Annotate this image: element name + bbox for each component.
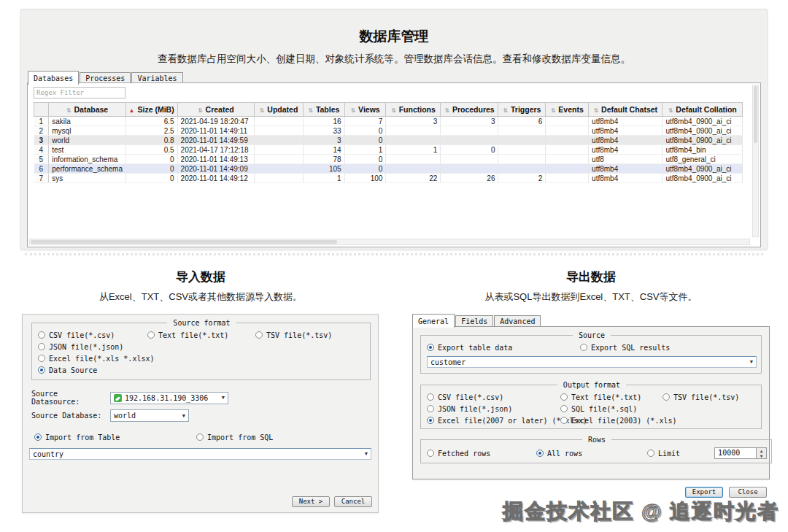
datasource-select[interactable]: 192.168.31.190_3306 ▼ [110, 392, 228, 404]
column-header-updated[interactable]: ⇅Updated [255, 103, 304, 117]
radio-excel-file-2007-or-later-xlsx[interactable]: Excel file(2007 or later) (*.xlsx) [427, 417, 560, 425]
radio-import-from-table[interactable]: Import from Table [34, 433, 196, 442]
table-cell: 2020-11-01 14:49:13 [177, 155, 254, 164]
table-row-information-schema[interactable]: 5information_schema02020-11-01 14:49:137… [34, 155, 743, 164]
radio-label: TSV file(*.tsv) [673, 393, 739, 401]
radio-json-file-json[interactable]: JSON file(*.json) [427, 405, 560, 413]
import-buttons: Next > Cancel [292, 496, 372, 507]
cancel-button[interactable]: Cancel [334, 496, 372, 507]
column-header-views[interactable]: ⇅Views [344, 103, 386, 117]
radio-label: Text file(*.txt) [158, 331, 228, 339]
table-cell [546, 126, 589, 136]
table-cell: 1 [303, 174, 344, 183]
row-number: 7 [34, 174, 49, 183]
radio-data-source[interactable]: Data Source [38, 366, 147, 374]
column-header-functions[interactable]: ⇅Functions [386, 103, 441, 117]
tab-databases[interactable]: Databases [28, 71, 79, 85]
radio-export-table-data[interactable]: Export table data [427, 344, 580, 352]
radio-text-file-txt[interactable]: Text file(*.txt) [147, 331, 255, 339]
radio-label: All rows [547, 450, 582, 458]
limit-spinbox[interactable]: 10000▲▼ [714, 447, 767, 459]
close-button[interactable]: Close [729, 487, 767, 498]
column-label: Default Collation [676, 105, 736, 114]
radio-label: Export table data [438, 344, 512, 352]
radio-icon [647, 450, 654, 457]
table-select[interactable]: country ▼ [29, 448, 371, 460]
table-row-performance-schema[interactable]: 6performance_schema02020-11-01 14:49:091… [34, 164, 743, 174]
vertical-scrollbar[interactable] [752, 85, 759, 237]
table-cell: test [49, 145, 125, 155]
table-row-mysql[interactable]: 2mysql2.52020-11-01 14:49:11330utf8mb4ut… [34, 126, 743, 136]
separator [25, 253, 763, 255]
table-cell: information_schema [49, 155, 125, 164]
column-header-default-chatset[interactable]: ⇅Default Chatset [589, 103, 663, 117]
radio-row: Excel file(*.xls *.xlsx) [38, 352, 366, 364]
radio-fetched-rows[interactable]: Fetched rows [427, 450, 536, 458]
limit-input[interactable]: 10000 [714, 447, 757, 459]
table-cell: utf8mb4 [589, 117, 663, 126]
table-row-sakila[interactable]: 1sakila6.52021-04-19 18:20:47167336utf8m… [34, 117, 743, 126]
page-subtitle: 查看数据库占用空间大小、创建日期、对象统计系统等。管理数据库会话信息。查看和修改… [21, 53, 767, 66]
table-row-test[interactable]: 4test0.52021-04-17 17:12:1814110utf8mb4u… [34, 145, 743, 155]
column-header-database[interactable]: ⇅Database [49, 103, 125, 117]
export-table-select[interactable]: customer ▼ [427, 356, 757, 368]
table-cell [255, 164, 304, 174]
tab-general[interactable]: General [412, 314, 455, 328]
column-header-created[interactable]: ⇅Created [177, 103, 254, 117]
export-button[interactable]: Export [685, 487, 723, 498]
radio-label: SQL file(*.sql) [571, 405, 637, 413]
table-cell: 0.5 [125, 145, 177, 155]
sort-ascending-icon: ▲ [129, 107, 135, 114]
scrollbar-thumb[interactable] [754, 86, 757, 143]
output-format-legend: Output format [557, 381, 626, 389]
radio-icon [147, 331, 155, 339]
horizontal-scrollbar[interactable] [29, 239, 750, 245]
column-header-size-mib[interactable]: ▲Size (MiB) [125, 103, 177, 117]
radio-export-sql-results[interactable]: Export SQL results [580, 344, 757, 352]
spin-up-icon[interactable]: ▲ [757, 448, 766, 453]
next-button[interactable]: Next > [292, 496, 330, 507]
table-cell: utf8mb4 [589, 136, 663, 145]
table-cell: 3 [303, 136, 344, 145]
table-row-world[interactable]: 3world0.82020-11-01 14:49:5930utf8mb4utf… [34, 136, 743, 145]
spin-down-icon[interactable]: ▼ [757, 453, 766, 458]
radio-all-rows[interactable]: All rows [536, 450, 647, 458]
radio-tsv-file-tsv[interactable]: TSV file(*.tsv) [663, 393, 757, 401]
column-label: Views [358, 105, 380, 114]
radio-excel-file-xls-xlsx[interactable]: Excel file(*.xls *.xlsx) [38, 355, 147, 363]
table-cell [546, 145, 589, 155]
regex-filter-input[interactable] [34, 87, 125, 99]
table-cell: 2020-11-01 14:49:11 [177, 126, 254, 136]
radio-csv-file-csv[interactable]: CSV file(*.csv) [38, 331, 147, 339]
scrollbar-thumb[interactable] [31, 240, 337, 244]
radio-csv-file-csv[interactable]: CSV file(*.csv) [427, 393, 560, 401]
radio-label: Fetched rows [438, 450, 490, 458]
table-cell: 105 [303, 164, 344, 174]
column-header-tables[interactable]: ⇅Tables [303, 103, 344, 117]
column-header-triggers[interactable]: ⇅Triggers [498, 103, 546, 117]
table-cell [441, 126, 498, 136]
column-label: Size (MiB) [138, 105, 174, 114]
radio-label: Export SQL results [591, 344, 670, 352]
radio-json-file-json[interactable]: JSON file(*.json) [38, 343, 147, 351]
radio-text-file-txt[interactable]: Text file(*.txt) [560, 393, 663, 401]
table-cell: 0 [125, 174, 177, 183]
datasource-row: Source Datasource: 192.168.31.190_3306 ▼ [31, 390, 378, 406]
column-header-procedures[interactable]: ⇅Procedures [441, 103, 498, 117]
radio-tsv-file-tsv[interactable]: TSV file(*.tsv) [255, 331, 366, 339]
source-format-group: Source format CSV file(*.csv)Text file(*… [31, 319, 371, 380]
radio-limit[interactable]: Limit10000▲▼ [647, 447, 767, 459]
radio-excel-file-2003-xls[interactable]: Excel file(2003) (*.xls) [560, 417, 663, 425]
column-header-events[interactable]: ⇅Events [546, 103, 589, 117]
table-cell: 2020-11-01 14:49:09 [177, 164, 254, 174]
row-number: 3 [34, 136, 49, 145]
column-header-default-collation[interactable]: ⇅Default Collation [663, 103, 743, 117]
database-select[interactable]: world ▼ [110, 409, 189, 422]
table-cell: utf8mb4 [589, 164, 663, 174]
radio-icon [38, 355, 45, 362]
table-row-sys[interactable]: 7sys02020-11-01 14:49:12110022262utf8mb4… [34, 174, 743, 183]
table-cell [498, 164, 546, 174]
radio-import-from-sql[interactable]: Import from SQL [196, 433, 378, 442]
radio-sql-file-sql[interactable]: SQL file(*.sql) [560, 405, 663, 413]
radio-icon [255, 331, 263, 339]
